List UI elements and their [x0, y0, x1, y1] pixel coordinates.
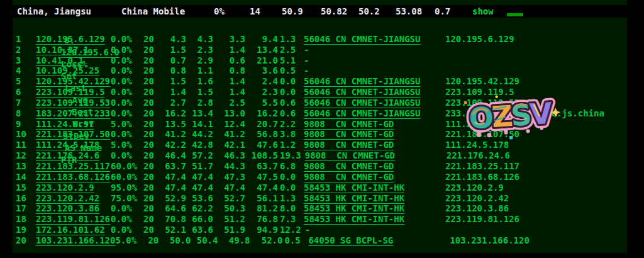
trace-row: 18223.119.81.1260.0%2070.866.051.276.87.… — [13, 214, 627, 225]
cell-last: 0.8 — [161, 65, 186, 76]
cell-snt: 20 — [143, 172, 161, 182]
cell-loss: 0.0% — [111, 55, 143, 66]
cell-wrst: 21.0 — [247, 55, 278, 66]
cell-ip: 221.183.25.117 — [36, 161, 111, 172]
cell-stdev: 0.0 — [280, 87, 300, 98]
cell-loss: 0.0% — [111, 108, 143, 119]
cell-best: 46.3 — [220, 150, 245, 161]
cell-avg: 13.4 — [188, 108, 213, 119]
cell-hop: 8 — [16, 108, 36, 119]
cell-loss: 60.0% — [111, 161, 143, 172]
cell-snt: 20 — [143, 65, 161, 76]
cell-ptr: 223.120.2.42 — [445, 193, 509, 204]
cell-last: 47.4 — [161, 182, 186, 193]
cell-ip: 221.183.107.50 — [36, 129, 111, 140]
cell-stdev: 0.0 — [280, 76, 300, 87]
trace-row: 8183.207.21.2330.0%2016.213.413.016.20.6… — [13, 108, 627, 119]
cell-snt: 20 — [143, 55, 161, 66]
cell-ip: 223.120.3.86 — [36, 203, 111, 214]
cell-stdev: 2.5 — [280, 45, 300, 55]
cell-avg: 66.0 — [188, 214, 213, 225]
cell-hop: 16 — [16, 193, 36, 204]
cell-avg: 2.9 — [188, 55, 213, 66]
cell-last: 13.5 — [161, 119, 186, 130]
cell-wrst: 94.9 — [247, 225, 278, 235]
cell-as-name: - — [304, 65, 445, 76]
cell-wrst: 47.4 — [247, 182, 278, 193]
cell-last: 47.4 — [161, 172, 186, 182]
summary-location: China, Jiangsu — [17, 7, 91, 16]
cell-as-name: 9808 CN CMNET-GD — [304, 161, 445, 172]
cell-avg: 4.3 — [188, 34, 213, 45]
cell-as-name: 58453 HK CMI-INT-HK — [304, 182, 445, 193]
cell-wrst: 47.5 — [247, 172, 278, 182]
cell-ip: 120.195.42.129 — [36, 76, 111, 87]
cell-stdev: 8.0 — [280, 203, 300, 214]
cell-ip: 223.109.119.53 — [36, 98, 111, 108]
cell-stdev: 6.8 — [280, 161, 300, 172]
cell-last: 1.4 — [161, 87, 186, 98]
cell-stdev: 2.2 — [280, 119, 300, 130]
table-header-row: 0. 120.195.6.0 Loss% Snt Last Avg Best W… — [13, 23, 627, 34]
cell-hop: 20 — [16, 235, 36, 246]
cell-snt: 20 — [143, 225, 161, 235]
summary-last: 50.9 — [282, 7, 303, 16]
terminal-window: China, Jiangsu China Mobile 0% 14 50.9 5… — [13, 0, 627, 253]
cell-avg: 1.5 — [188, 87, 213, 98]
cell-best: 1.4 — [220, 87, 245, 98]
cell-avg: 47.4 — [188, 172, 213, 182]
cell-stdev: 1.3 — [280, 34, 300, 45]
cell-last: 4.3 — [161, 34, 186, 45]
cell-best: 44.3 — [220, 161, 245, 172]
summary-bar: China, Jiangsu China Mobile 0% 14 50.9 5… — [13, 5, 627, 18]
cell-snt: 20 — [143, 129, 161, 140]
cell-ptr: 223.119.81.126 — [445, 214, 519, 225]
cell-last: 0.7 — [161, 55, 186, 66]
cell-avg: 2.3 — [188, 45, 213, 55]
cell-loss: 0.0% — [111, 203, 143, 214]
cell-best: 50.3 — [220, 203, 245, 214]
trace-row: 5120.195.42.1290.0%201.51.61.42.40.05604… — [13, 76, 627, 87]
screenshot-root: China, Jiangsu China Mobile 0% 14 50.9 5… — [0, 0, 644, 258]
cell-wrst: 81.2 — [247, 203, 278, 214]
cell-as-name: - — [304, 45, 445, 55]
cell-wrst: 16.2 — [247, 108, 278, 119]
cell-hop: 2 — [16, 45, 36, 55]
cell-avg: 51.7 — [188, 161, 213, 172]
cell-ip: 223.120.2.42 — [36, 193, 111, 204]
cell-loss: 0.0% — [111, 150, 143, 161]
cell-ptr: 221.183.68.126 — [445, 172, 519, 182]
cell-best: 3.3 — [220, 34, 245, 45]
cell-ip: 103.231.166.120 — [36, 235, 115, 246]
cell-as-name: 56046 CN CMNET-JIANGSU — [304, 76, 445, 87]
cell-ip: 10.109.25.25 — [36, 65, 111, 76]
cell-wrst: 52.0 — [251, 235, 282, 246]
show-link[interactable]: show — [472, 7, 494, 16]
cell-avg: 50.4 — [192, 235, 218, 246]
cell-snt: 20 — [143, 87, 161, 98]
cell-last: 52.1 — [161, 225, 186, 235]
cell-hop: 18 — [16, 214, 36, 225]
cell-snt: 20 — [143, 76, 161, 87]
cell-loss: 5.0% — [115, 235, 148, 246]
trace-row: 12221.176.24.60.0%2046.457.246.3108.519.… — [13, 150, 627, 161]
trace-row: 15223.120.2.995.0%2047.447.447.447.40.05… — [13, 182, 627, 193]
trace-row: 1120.195.6.1290.0%204.34.33.39.41.356046… — [13, 34, 627, 45]
cell-as-name: 9808 CN CMNET-GD — [305, 150, 447, 161]
cell-loss: 0.0% — [111, 45, 143, 55]
cell-wrst: 63.7 — [247, 161, 278, 172]
cell-snt: 20 — [143, 161, 161, 172]
cell-ptr: 223.120.3.86 — [445, 203, 509, 214]
cell-ip: 111.24.6.97 — [36, 119, 111, 130]
cell-as-name: 58453 HK CMI-INT-HK — [304, 214, 445, 225]
cell-ptr: 120.195.6.129 — [445, 34, 514, 45]
cell-last: 1.5 — [161, 45, 186, 55]
cell-ip: 183.207.21.233 — [36, 108, 111, 119]
cell-loss: 60.0% — [111, 172, 143, 182]
cell-hop: 4 — [16, 65, 36, 76]
cell-loss: 0.0% — [111, 129, 143, 140]
cell-hop: 19 — [16, 225, 36, 235]
cell-wrst: 5.5 — [247, 98, 278, 108]
cell-wrst: 76.8 — [247, 214, 278, 225]
cell-stdev: 0.5 — [280, 65, 300, 76]
